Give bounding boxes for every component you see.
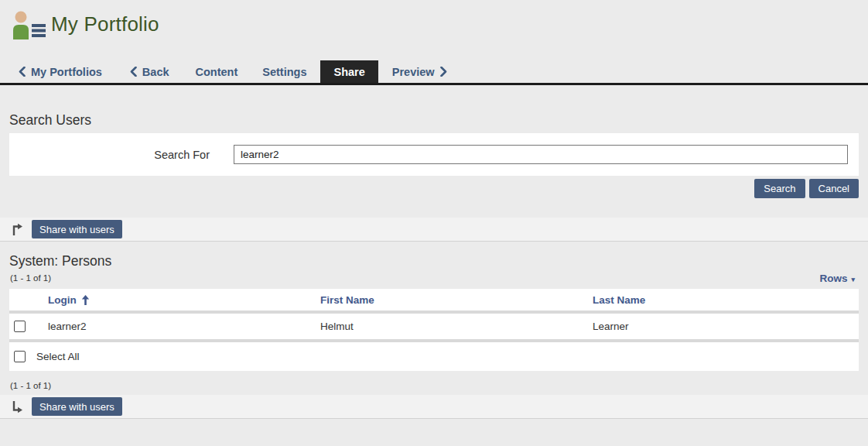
search-for-label: Search For xyxy=(9,149,210,161)
nav-share-active-tab[interactable]: Share xyxy=(320,60,378,83)
result-range-top: (1 - 1 of 1) xyxy=(10,273,51,283)
nav-label: Content xyxy=(196,66,238,78)
arrow-up-right-icon xyxy=(11,223,24,236)
column-header-last-name[interactable]: Last Name xyxy=(583,294,859,306)
select-all-row: Select All xyxy=(9,342,859,371)
table-header-row: Login First Name Last Name xyxy=(9,289,859,314)
cell-first-name: Helmut xyxy=(311,321,583,332)
rows-label: Rows xyxy=(819,273,847,284)
select-all-checkbox[interactable] xyxy=(14,351,26,362)
nav-settings[interactable]: Settings xyxy=(261,60,308,83)
nav-label: My Portfolios xyxy=(31,66,102,78)
result-range-bottom: (1 - 1 of 1) xyxy=(10,381,51,390)
share-with-users-button-top[interactable]: Share with users xyxy=(32,220,122,238)
search-input[interactable] xyxy=(234,145,848,164)
search-form-panel: Search For xyxy=(9,133,859,176)
page-title: My Portfolio xyxy=(51,12,159,36)
share-action-bar-bottom: Share with users xyxy=(0,395,868,419)
column-header-login[interactable]: Login xyxy=(39,294,311,306)
rows-dropdown[interactable]: Rows ▾ xyxy=(819,273,855,284)
row-checkbox[interactable] xyxy=(14,321,26,332)
cell-login: learner2 xyxy=(39,321,311,332)
search-users-heading: Search Users xyxy=(9,112,91,129)
portfolio-toolbar: My Portfolios Back Content Settings Shar… xyxy=(0,60,868,85)
portfolio-user-menu-icon xyxy=(11,10,48,41)
persons-heading: System: Persons xyxy=(9,253,111,269)
nav-label: Share xyxy=(333,66,364,78)
search-button[interactable]: Search xyxy=(754,179,805,198)
chevron-right-icon xyxy=(440,67,447,77)
page: My Portfolio My Portfolios Back Content … xyxy=(0,0,868,446)
persons-table: Login First Name Last Name learner2 Helm… xyxy=(9,289,859,371)
nav-preview[interactable]: Preview xyxy=(391,60,449,83)
nav-label: Settings xyxy=(262,66,306,78)
nav-back[interactable]: Back xyxy=(128,60,171,83)
chevron-left-icon xyxy=(19,67,26,77)
form-buttons: Search Cancel xyxy=(754,179,859,198)
column-header-first-name[interactable]: First Name xyxy=(311,294,583,306)
table-row: learner2 Helmut Learner xyxy=(9,314,859,342)
nav-label: Back xyxy=(142,66,169,78)
share-action-bar-top: Share with users xyxy=(0,218,868,242)
nav-content[interactable]: Content xyxy=(194,60,240,83)
nav-label: Preview xyxy=(392,66,435,78)
cell-last-name: Learner xyxy=(583,321,859,332)
app-header: My Portfolio xyxy=(0,0,868,51)
arrow-down-right-icon xyxy=(11,400,24,413)
share-with-users-button-bottom[interactable]: Share with users xyxy=(32,397,122,416)
chevron-left-icon xyxy=(130,67,137,77)
select-all-label: Select All xyxy=(36,351,80,362)
nav-my-portfolios[interactable]: My Portfolios xyxy=(17,60,104,83)
sort-ascending-icon xyxy=(81,295,90,305)
cancel-button[interactable]: Cancel xyxy=(809,179,859,198)
caret-down-icon: ▾ xyxy=(851,276,855,283)
